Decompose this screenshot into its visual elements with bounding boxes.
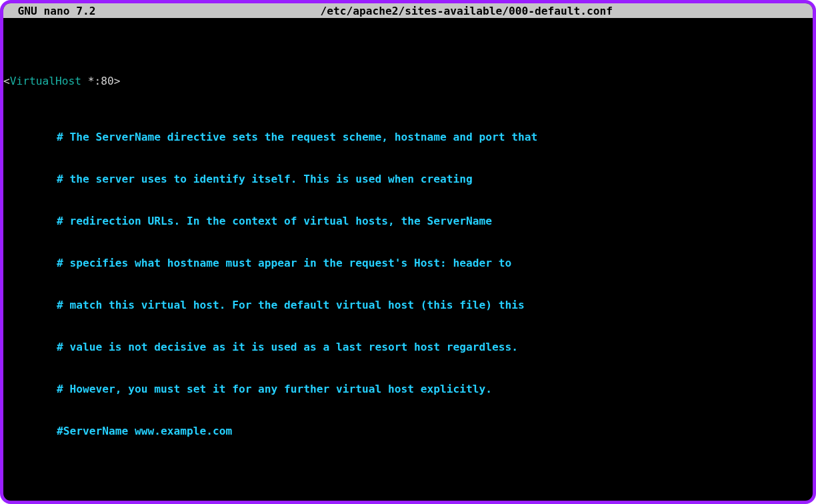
tag-name: VirtualHost [10, 74, 81, 88]
nano-titlebar: GNU nano 7.2 /etc/apache2/sites-availabl… [3, 3, 813, 18]
code-line: # However, you must set it for any furth… [3, 382, 813, 396]
code-line: # specifies what hostname must appear in… [3, 256, 813, 270]
comment: # match this virtual host. For the defau… [57, 298, 525, 312]
editor-buffer[interactable]: <VirtualHost *:80> # The ServerName dire… [3, 18, 813, 501]
comment: #ServerName www.example.com [57, 424, 232, 438]
comment: # However, you must set it for any furth… [57, 382, 492, 396]
comment: # the server uses to identify itself. Th… [57, 172, 473, 186]
app-name: GNU nano 7.2 [5, 4, 95, 18]
terminal-window: GNU nano 7.2 /etc/apache2/sites-availabl… [0, 0, 816, 504]
tag-attrs: *:80> [81, 74, 120, 88]
code-line: # The ServerName directive sets the requ… [3, 130, 813, 144]
comment: # value is not decisive as it is used as… [57, 340, 518, 354]
blank-line [3, 480, 813, 494]
code-line: #ServerName www.example.com [3, 424, 813, 438]
comment: # The ServerName directive sets the requ… [57, 130, 537, 144]
tag-open-bracket: < [3, 74, 10, 88]
code-line: <VirtualHost *:80> [3, 74, 813, 88]
file-path: /etc/apache2/sites-available/000-default… [320, 4, 813, 18]
code-line: # the server uses to identify itself. Th… [3, 172, 813, 186]
code-line: # redirection URLs. In the context of vi… [3, 214, 813, 228]
code-line: # match this virtual host. For the defau… [3, 298, 813, 312]
code-line: # value is not decisive as it is used as… [3, 340, 813, 354]
comment: # redirection URLs. In the context of vi… [57, 214, 492, 228]
comment: # specifies what hostname must appear in… [57, 256, 511, 270]
